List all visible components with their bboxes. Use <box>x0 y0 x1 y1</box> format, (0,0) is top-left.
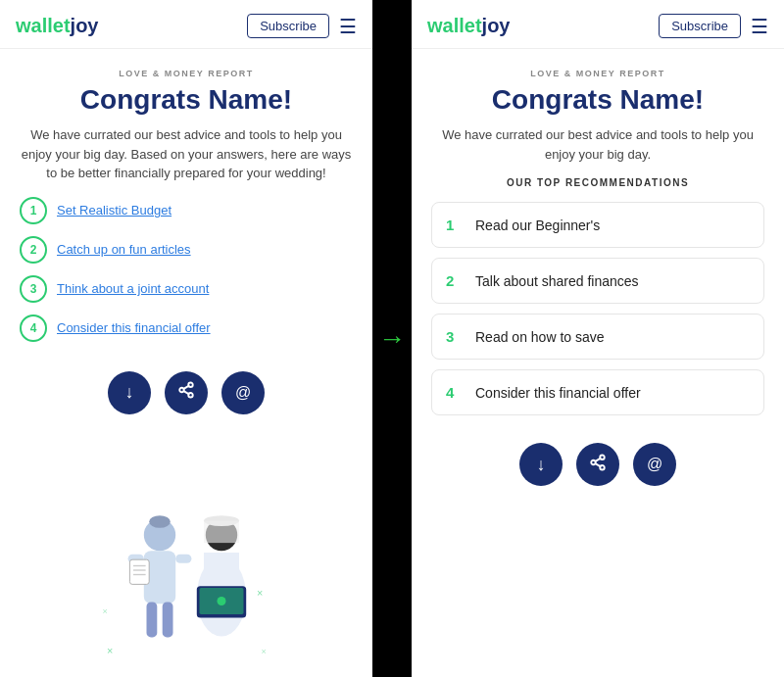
left-action-buttons: ↓ @ <box>108 371 265 414</box>
rec-item-1[interactable]: 1 Read our Beginner's <box>431 202 764 248</box>
rec-num-3: 3 <box>446 328 464 345</box>
right-download-button[interactable]: ↓ <box>519 443 563 486</box>
rec-item-3[interactable]: 3 Read on how to save <box>431 314 764 360</box>
left-header-right: Subscribe ☰ <box>247 14 357 38</box>
right-action-buttons: ↓ @ <box>519 443 676 486</box>
left-report-label: LOVE & MONEY REPORT <box>119 69 253 78</box>
svg-line-31 <box>595 463 600 466</box>
right-subscribe-button[interactable]: Subscribe <box>659 14 741 38</box>
share-icon <box>177 381 195 404</box>
circle-2: 2 <box>20 236 47 264</box>
svg-rect-11 <box>163 602 173 637</box>
arrow-icon: → <box>378 323 406 355</box>
svg-rect-10 <box>147 602 158 637</box>
svg-text:×: × <box>103 606 108 616</box>
list-link-4[interactable]: Consider this financial offer <box>57 320 211 335</box>
left-numbered-list: 1 Set Realistic Budget 2 Catch up on fun… <box>20 197 353 354</box>
left-panel: walletjoy Subscribe ☰ LOVE & MONEY REPOR… <box>0 0 372 677</box>
download-icon: ↓ <box>125 382 134 403</box>
list-link-2[interactable]: Catch up on fun articles <box>57 242 191 257</box>
logo-wallet-left: wallet <box>16 15 71 36</box>
rec-num-2: 2 <box>446 272 464 289</box>
svg-rect-18 <box>204 521 239 544</box>
rec-num-1: 1 <box>446 217 464 233</box>
left-email-button[interactable]: @ <box>221 371 265 414</box>
svg-text:×: × <box>107 645 113 656</box>
recommendations-label: OUR TOP RECOMMENDATIONS <box>507 177 689 188</box>
right-panel: walletjoy Subscribe ☰ LOVE & MONEY REPOR… <box>412 0 784 677</box>
svg-rect-12 <box>129 559 149 584</box>
left-congrats-title: Congrats Name! <box>80 84 292 116</box>
right-hamburger-icon[interactable]: ☰ <box>751 17 768 36</box>
divider: → <box>372 0 412 677</box>
svg-point-23 <box>218 597 226 605</box>
rec-text-3: Read on how to save <box>475 329 605 345</box>
left-logo: walletjoy <box>16 15 98 37</box>
left-share-button[interactable] <box>165 371 208 414</box>
left-download-button[interactable]: ↓ <box>108 371 151 414</box>
right-email-button[interactable]: @ <box>633 443 676 486</box>
svg-text:×: × <box>262 647 267 656</box>
circle-3: 3 <box>20 275 47 303</box>
logo-wallet-right: wallet <box>427 15 482 36</box>
list-item-3[interactable]: 3 Think about a joint account <box>20 275 353 303</box>
email-icon-right: @ <box>647 456 662 473</box>
rec-num-4: 4 <box>446 384 464 401</box>
circle-1: 1 <box>20 197 47 224</box>
email-icon: @ <box>235 384 251 402</box>
rec-text-4: Consider this financial offer <box>475 385 641 401</box>
rec-item-4[interactable]: 4 Consider this financial offer <box>431 369 764 415</box>
right-share-button[interactable] <box>576 443 619 486</box>
left-hamburger-icon[interactable]: ☰ <box>339 17 357 36</box>
left-content: LOVE & MONEY REPORT Congrats Name! We ha… <box>0 49 372 677</box>
right-congrats-title: Congrats Name! <box>492 84 704 116</box>
recommendations-list: 1 Read our Beginner's 2 Talk about share… <box>431 202 764 425</box>
rec-text-1: Read our Beginner's <box>475 218 600 233</box>
left-header: walletjoy Subscribe ☰ <box>0 0 372 49</box>
logo-joy-right: joy <box>482 15 511 36</box>
rec-text-2: Talk about shared finances <box>475 273 639 289</box>
list-item-2[interactable]: 2 Catch up on fun articles <box>20 236 353 264</box>
list-link-1[interactable]: Set Realistic Budget <box>57 203 172 218</box>
svg-line-3 <box>183 391 188 394</box>
svg-rect-9 <box>175 555 191 563</box>
list-item-1[interactable]: 1 Set Realistic Budget <box>20 197 353 224</box>
svg-point-6 <box>149 515 171 528</box>
list-item-4[interactable]: 4 Consider this financial offer <box>20 314 353 342</box>
circle-4: 4 <box>20 314 47 342</box>
share-icon-right <box>589 454 607 476</box>
right-header-right: Subscribe ☰ <box>659 14 768 38</box>
svg-line-32 <box>595 458 600 460</box>
right-logo: walletjoy <box>427 15 510 37</box>
right-header: walletjoy Subscribe ☰ <box>412 0 784 49</box>
svg-line-4 <box>183 386 188 389</box>
logo-joy-left: joy <box>71 15 99 36</box>
list-link-3[interactable]: Think about a joint account <box>57 281 209 296</box>
left-subtitle: We have currated our best advice and too… <box>20 125 353 183</box>
right-report-label: LOVE & MONEY REPORT <box>530 69 664 78</box>
rec-item-2[interactable]: 2 Talk about shared finances <box>431 258 764 304</box>
right-content: LOVE & MONEY REPORT Congrats Name! We ha… <box>412 49 784 677</box>
left-subscribe-button[interactable]: Subscribe <box>247 14 329 38</box>
left-illustration: × × × × <box>20 432 353 668</box>
right-subtitle: We have currated our best advice and too… <box>431 125 764 164</box>
svg-text:×: × <box>257 587 263 599</box>
download-icon-right: ↓ <box>537 455 546 475</box>
